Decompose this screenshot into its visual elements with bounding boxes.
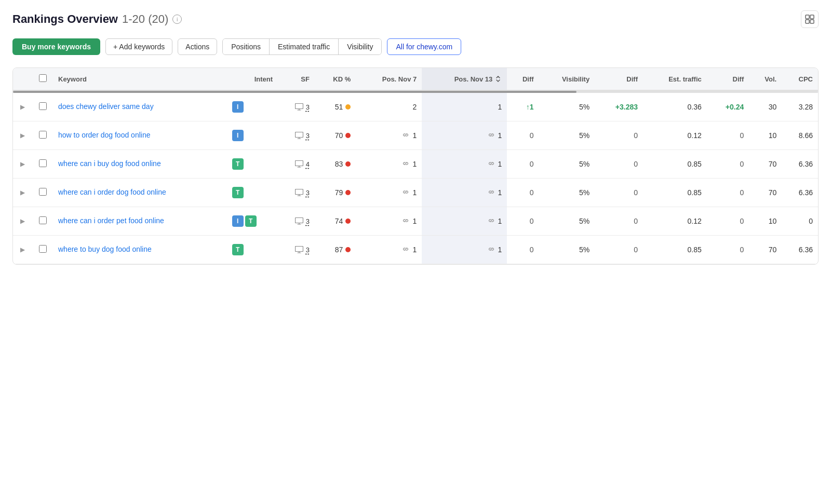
intent-badge: T [232,244,244,255]
actions-button[interactable]: Actions [178,38,217,55]
sf-screen-icon [295,160,303,168]
col-intent: Intent [227,68,278,90]
pos-nov13-cell: 1 [422,236,507,264]
diff-cell: ↑1 [507,93,539,121]
sf-screen-icon [295,246,303,253]
kd-dot [345,161,351,167]
keyword-link[interactable]: where can i order pet food online [58,216,164,225]
row-checkbox[interactable] [39,245,47,253]
diff-cell: 0 [507,236,539,264]
keyword-cell: where can i order pet food online [53,207,227,236]
table-row: ▶ where can i order pet food online IT 3… [13,207,818,236]
keyword-cell: does chewy deliver same day [53,93,227,121]
table-row: ▶ where can i buy dog food online T 4 83… [13,150,818,179]
expand-button[interactable]: ▶ [18,216,27,226]
checkbox-cell [32,207,53,236]
kd-dot [345,219,351,224]
table-view-button[interactable] [801,10,819,28]
page-subtitle: 1-20 (20) [122,12,168,26]
intent-badge: I [232,101,244,113]
col-est-diff: Diff [707,68,749,90]
intent-cell: I [227,121,278,150]
col-pos-nov7: Pos. Nov 7 [356,68,422,90]
vis-diff-cell: 0 [595,150,643,179]
rankings-table: Keyword Intent SF KD % Pos. Nov 7 Pos. N… [13,68,818,264]
select-all-checkbox[interactable] [39,74,47,82]
pos-nov13-cell: 1 [422,207,507,236]
tab-estimated-traffic[interactable]: Estimated traffic [270,39,339,55]
kd-cell: 74 [315,207,356,236]
intent-cell: T [227,179,278,207]
kd-dot [345,104,351,110]
keyword-link[interactable]: where can i order dog food online [58,188,166,196]
link-icon [488,131,495,140]
table-body: ▶ does chewy deliver same day I 3 51 2 1… [13,93,818,264]
keyword-link[interactable]: does chewy deliver same day [58,102,154,111]
add-keywords-button[interactable]: + Add keywords [105,38,172,55]
intent-cell: IT [227,207,278,236]
cpc-cell: 8.66 [782,121,818,150]
kd-cell: 83 [315,150,356,179]
link-icon [488,217,495,226]
svg-rect-8 [295,218,303,223]
expand-button[interactable]: ▶ [18,102,27,112]
col-pos-nov13[interactable]: Pos. Nov 13 [422,68,507,90]
vol-cell: 70 [749,236,782,264]
kd-number: 74 [335,217,343,225]
tab-positions[interactable]: Positions [223,39,270,55]
pos-nov7-cell: 1 [356,121,422,150]
est-traffic-cell: 0.12 [643,121,707,150]
diff-value: ↑1 [526,103,534,111]
buy-keywords-button[interactable]: Buy more keywords [12,38,100,55]
col-expand [13,68,32,90]
est-diff-value: +0.24 [726,103,744,111]
visibility-cell: 5% [539,93,595,121]
row-checkbox[interactable] [39,159,47,167]
keyword-link[interactable]: how to order dog food online [58,131,150,139]
row-checkbox[interactable] [39,102,47,110]
tab-visibility[interactable]: Visibility [339,39,381,55]
est-diff-value: 0 [740,246,744,254]
expand-button[interactable]: ▶ [18,188,27,197]
expand-button[interactable]: ▶ [18,245,27,254]
svg-rect-3 [810,20,814,23]
page-title: Rankings Overview [12,12,118,26]
keyword-link[interactable]: where to buy dog food online [58,245,152,253]
col-keyword: Keyword [53,68,227,90]
intent-cell: T [227,150,278,179]
checkbox-cell [32,236,53,264]
keyword-link[interactable]: where can i buy dog food online [58,159,161,168]
title-group: Rankings Overview 1-20 (20) i [12,12,182,26]
vis-diff-value: 0 [634,217,638,225]
kd-cell: 70 [315,121,356,150]
col-est-traffic: Est. traffic [643,68,707,90]
scroll-track [13,91,818,93]
scroll-thumb [13,91,577,93]
col-vol: Vol. [749,68,782,90]
vis-diff-cell: 0 [595,207,643,236]
row-checkbox[interactable] [39,188,47,196]
row-checkbox[interactable] [39,131,47,139]
est-diff-value: 0 [740,160,744,168]
kd-number: 79 [335,188,343,197]
checkbox-cell [32,121,53,150]
diff-value: 0 [530,217,534,225]
checkbox-cell [32,179,53,207]
table-row: ▶ where can i order dog food online T 3 … [13,179,818,207]
sf-cell: 3 [278,179,315,207]
cpc-cell: 6.36 [782,150,818,179]
info-icon[interactable]: i [172,15,182,24]
tab-all-chewy[interactable]: All for chewy.com [387,38,461,55]
keyword-cell: where can i order dog food online [53,179,227,207]
expand-button[interactable]: ▶ [18,131,27,140]
kd-number: 51 [335,103,343,111]
vol-cell: 10 [749,207,782,236]
vis-diff-cell: 0 [595,179,643,207]
row-checkbox[interactable] [39,216,47,224]
col-cpc: CPC [782,68,818,90]
svg-rect-4 [295,104,303,109]
svg-rect-7 [295,189,303,195]
expand-button[interactable]: ▶ [18,159,27,169]
est-traffic-cell: 0.12 [643,207,707,236]
intent-badge: I [232,215,244,227]
